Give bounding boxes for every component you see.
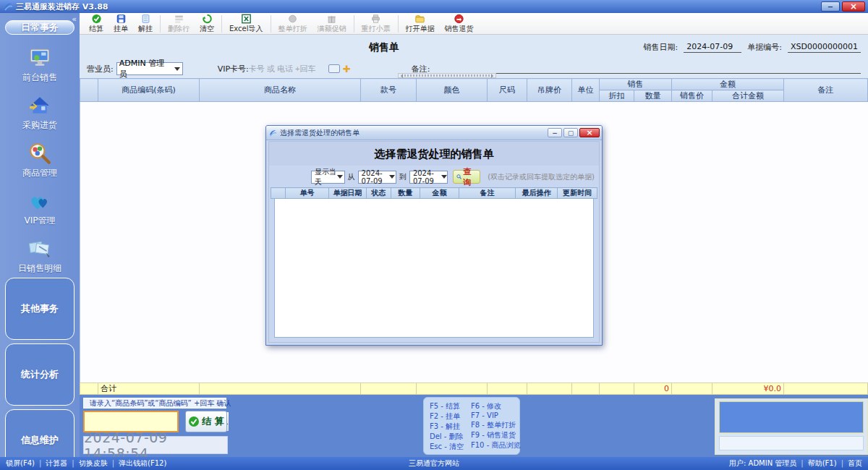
- toolbar-unhold-button[interactable]: 解挂: [133, 13, 158, 35]
- hotkey-f5: F5 - 结算: [430, 401, 464, 411]
- col-color[interactable]: 颜色: [417, 79, 488, 102]
- minimize-button[interactable]: [821, 1, 840, 12]
- statusbar-user: 用户: ADMIN 管理员: [729, 458, 796, 469]
- sidebar-item-vip[interactable]: VIP管理: [4, 182, 76, 230]
- monitor-icon: [27, 46, 52, 69]
- col-total[interactable]: 合计金额: [712, 90, 784, 102]
- dialog-maximize-button[interactable]: [563, 128, 578, 137]
- statusbar-switch-skin[interactable]: 切换皮肤: [67, 458, 107, 469]
- col-unit[interactable]: 单位: [572, 79, 600, 102]
- toolbar-sales-return-button[interactable]: 销售退货: [440, 13, 479, 35]
- toolbar-excel-import-button[interactable]: Excel导入: [224, 13, 268, 35]
- toolbar-separator: [398, 15, 399, 33]
- sale-date-label: 销售日期:: [644, 42, 678, 53]
- dialog-result-list[interactable]: [274, 199, 594, 338]
- customer-display-screen: [719, 401, 864, 433]
- sidebar-section-other[interactable]: 其他事务: [5, 278, 75, 340]
- col-qty[interactable]: 数量: [634, 90, 672, 102]
- excel-icon: [241, 14, 252, 24]
- col-remark[interactable]: 备注: [784, 79, 868, 102]
- dialog-hint: (双击记录或回车提取选定的单据): [488, 172, 595, 182]
- toolbar-settle-button[interactable]: 结算: [84, 13, 109, 35]
- sidebar-section-daily[interactable]: 日常事务: [5, 20, 75, 35]
- sidebar-item-purchasing[interactable]: 采购进货: [4, 87, 76, 134]
- dialog-close-button[interactable]: [579, 128, 600, 137]
- clerk-select[interactable]: ADMIN 管理员: [116, 62, 183, 75]
- datetime-display: 2024-07-09 14:58:54: [83, 436, 228, 454]
- sale-date-value[interactable]: 2024-07-09: [684, 42, 741, 53]
- page-title: 销售单: [369, 41, 399, 54]
- toolbar-promotion-button[interactable]: 满额促销: [312, 13, 352, 35]
- col-tag-price[interactable]: 吊牌价: [527, 79, 572, 102]
- sidebar-item-goods[interactable]: 商品管理: [4, 134, 76, 182]
- toolbar-label: 打开单据: [406, 24, 435, 34]
- statusbar-help[interactable]: 帮助(F1): [796, 458, 836, 469]
- toolbar-open-doc-button[interactable]: 打开单据: [401, 13, 440, 35]
- horizontal-scrollbar[interactable]: [398, 73, 496, 78]
- discount-icon: [287, 14, 298, 24]
- scroll-track[interactable]: [404, 74, 490, 77]
- statusbar-calculator[interactable]: 计算器: [35, 458, 67, 469]
- dialog-titlebar[interactable]: 选择需退货处理的销售单: [266, 126, 602, 140]
- sidebar-item-label: 商品管理: [22, 167, 57, 179]
- house-icon: [27, 94, 52, 117]
- dlg-col-doc-date[interactable]: 单据日期: [329, 188, 367, 199]
- recycle-icon: [202, 14, 213, 24]
- dlg-col-updated[interactable]: 更新时间: [558, 188, 597, 199]
- remark-input[interactable]: [433, 64, 861, 74]
- to-date-select[interactable]: 2024-07-09: [409, 171, 448, 184]
- query-button[interactable]: 查询: [453, 170, 480, 184]
- col-code[interactable]: 商品编码(条码): [98, 79, 200, 102]
- col-group-sale: 销售: [600, 79, 672, 90]
- doc-no-value: XSD0000000001: [788, 42, 861, 53]
- sidebar-collapse-icon[interactable]: «: [72, 14, 77, 24]
- statusbar-home[interactable]: 首页: [837, 458, 862, 469]
- toolbar-hold-button[interactable]: 挂单: [109, 13, 133, 35]
- statusbar: 锁屏(F4) 计算器 切换皮肤 弹出钱箱(F12) 三易通官方网站 用户: AD…: [0, 457, 868, 470]
- toolbar-reprint-button[interactable]: 重打小票: [357, 13, 396, 35]
- add-vip-icon[interactable]: [343, 64, 351, 74]
- close-button[interactable]: [842, 1, 865, 12]
- from-date-select[interactable]: 2024-07-09: [358, 171, 396, 184]
- col-discount[interactable]: 折扣: [600, 90, 634, 102]
- hotkey-f7: F7 - VIP: [471, 411, 520, 419]
- sidebar-section-stats[interactable]: 统计分析: [5, 343, 75, 406]
- sidebar-item-front-sales[interactable]: 前台销售: [4, 39, 76, 87]
- scroll-left-icon[interactable]: [399, 74, 404, 77]
- save-disk-icon: [116, 14, 127, 24]
- vip-card-input[interactable]: [249, 63, 327, 74]
- chevron-down-icon: [172, 63, 182, 74]
- dlg-col-remark[interactable]: 备注: [459, 188, 516, 199]
- col-style[interactable]: 款号: [361, 79, 417, 102]
- scroll-right-icon[interactable]: [490, 74, 495, 77]
- dlg-col-amount[interactable]: 金额: [420, 188, 459, 199]
- toolbar-delete-row-button[interactable]: 删除行: [163, 13, 195, 35]
- doc-no-label: 单据编号:: [747, 42, 782, 53]
- statusbar-website-link[interactable]: 三易通官方网站: [409, 459, 459, 467]
- col-size[interactable]: 尺码: [488, 79, 527, 102]
- date-range-select[interactable]: 显示当天: [311, 171, 345, 184]
- totals-cell: [80, 383, 98, 395]
- statusbar-lock-screen[interactable]: 锁屏(F4): [6, 458, 35, 469]
- col-name[interactable]: 商品名称: [200, 79, 361, 102]
- customer-display-panel: [715, 398, 868, 455]
- photos-icon: [27, 237, 52, 260]
- from-date-value: 2024-07-09: [362, 169, 389, 185]
- chevron-down-icon: [336, 171, 344, 183]
- dlg-col-qty[interactable]: 数量: [391, 188, 420, 199]
- statusbar-open-drawer[interactable]: 弹出钱箱(F12): [108, 458, 167, 469]
- toolbar-order-discount-button[interactable]: 整单打折: [273, 13, 312, 35]
- printer-icon: [370, 14, 381, 24]
- dlg-col-order-no[interactable]: 单号: [286, 188, 329, 199]
- query-button-label: 查询: [464, 166, 475, 188]
- sidebar-item-daily-sales-detail[interactable]: 日销售明细: [4, 230, 76, 278]
- toolbar-label: 重打小票: [362, 24, 391, 34]
- toolbar-clear-button[interactable]: 清空: [195, 13, 219, 35]
- card-reader-icon[interactable]: [328, 64, 340, 73]
- col-price[interactable]: 销售价: [672, 90, 712, 102]
- dlg-col-last-op[interactable]: 最后操作: [516, 188, 558, 199]
- dialog-minimize-button[interactable]: [548, 128, 562, 137]
- dlg-col-status[interactable]: 状态: [367, 188, 391, 199]
- return-icon: [454, 14, 464, 24]
- totals-qty: 0: [634, 383, 672, 395]
